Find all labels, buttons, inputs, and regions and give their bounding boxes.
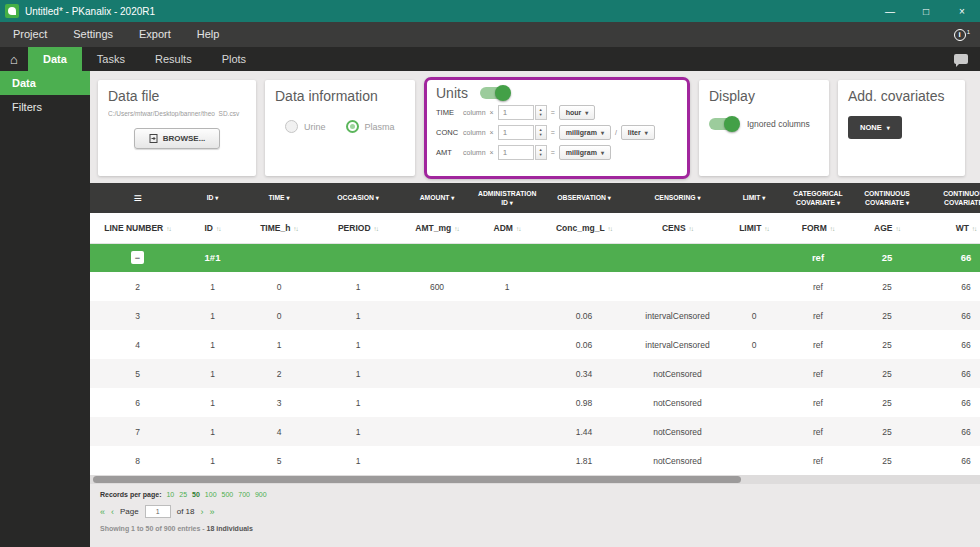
chevron-down-icon: ▾ <box>837 200 840 206</box>
group-row-cell <box>398 243 476 272</box>
records-option-700[interactable]: 700 <box>238 491 250 498</box>
table-cell: 1 <box>185 272 240 301</box>
table-cell: notCensored <box>630 388 725 417</box>
info-badge: 1 <box>967 29 970 35</box>
last-page-button[interactable]: » <box>210 507 215 517</box>
conc-denominator-value: liter <box>628 129 641 136</box>
conc-spinner[interactable]: ▴▾ <box>535 125 547 140</box>
column-header-limit[interactable]: LIMIT↑↓ <box>725 213 783 243</box>
page-number-input[interactable] <box>145 505 171 518</box>
home-tab[interactable]: ⌂ <box>0 47 28 71</box>
maximize-button[interactable]: □ <box>908 0 944 22</box>
column-type-label: OBSERVATION <box>557 194 608 201</box>
column-header-cens[interactable]: CENS↑↓ <box>630 213 725 243</box>
records-option-50[interactable]: 50 <box>192 491 200 498</box>
column-type-header-cens[interactable]: CENSORING ▾ <box>630 183 725 213</box>
table-cell: 25 <box>853 272 921 301</box>
minimize-button[interactable]: — <box>872 0 908 22</box>
conc-multiplier-input[interactable] <box>498 125 534 140</box>
column-type-header-limit[interactable]: LIMIT ▾ <box>725 183 783 213</box>
chevron-down-icon: ▾ <box>376 195 379 201</box>
column-header-period[interactable]: PERIOD↑↓ <box>318 213 398 243</box>
amt-spinner[interactable]: ▴▾ <box>535 145 547 160</box>
records-option-10[interactable]: 10 <box>166 491 174 498</box>
menu-help[interactable]: Help <box>184 22 233 47</box>
menu-project[interactable]: Project <box>0 22 60 47</box>
menu-export[interactable]: Export <box>126 22 184 47</box>
table-cell <box>476 359 538 388</box>
table-cell <box>538 272 630 301</box>
conc-denominator-dropdown[interactable]: liter▾ <box>621 125 655 140</box>
none-dropdown-button[interactable]: NONE ▾ <box>848 116 902 139</box>
amt-unit-dropdown[interactable]: milligram▾ <box>559 145 611 160</box>
column-label: PERIOD <box>338 223 371 233</box>
column-header-adm[interactable]: ADM↑↓ <box>476 213 538 243</box>
column-type-header-time_h[interactable]: TIME ▾ <box>240 183 318 213</box>
info-button[interactable]: i 1 <box>954 29 970 41</box>
close-button[interactable]: × <box>944 0 980 22</box>
column-header-time_h[interactable]: TIME_h↑↓ <box>240 213 318 243</box>
scrollbar-thumb[interactable] <box>93 476 741 483</box>
amt-multiplier-input[interactable] <box>498 145 534 160</box>
data-table: ≡ID ▾TIME ▾OCCASION ▾AMOUNT ▾ADMINISTRAT… <box>90 183 980 475</box>
column-type-label: LIMIT <box>743 194 763 201</box>
column-type-header-adm[interactable]: ADMINISTRATION ID ▾ <box>476 183 538 213</box>
table-cell: 600 <box>398 272 476 301</box>
tab-results[interactable]: Results <box>140 47 207 71</box>
time-label: TIME <box>436 108 459 117</box>
first-page-button[interactable]: « <box>100 507 105 517</box>
table-cell: 1 <box>318 330 398 359</box>
menu-settings[interactable]: Settings <box>60 22 126 47</box>
table-cell: 66 <box>921 301 980 330</box>
feedback-chat-icon[interactable] <box>954 54 968 64</box>
table-row: 51210.34notCensoredref2566 <box>90 359 980 388</box>
records-option-100[interactable]: 100 <box>205 491 217 498</box>
spin-down-icon: ▾ <box>540 113 542 118</box>
radio-option-plasma[interactable]: Plasma <box>346 120 395 133</box>
tab-plots[interactable]: Plots <box>207 47 261 71</box>
column-header-conc_mg_l[interactable]: Conc_mg_L↑↓ <box>538 213 630 243</box>
sidebar-item-filters[interactable]: Filters <box>0 95 90 119</box>
next-page-button[interactable]: › <box>201 507 204 517</box>
conc-unit-dropdown[interactable]: milligram▾ <box>559 125 611 140</box>
time-spinner[interactable]: ▴▾ <box>535 105 547 120</box>
column-type-header-period[interactable]: OCCASION ▾ <box>318 183 398 213</box>
column-label: FORM <box>802 223 827 233</box>
records-option-900[interactable]: 900 <box>255 491 267 498</box>
table-cell: 25 <box>853 359 921 388</box>
column-header-line number[interactable]: LINE NUMBER↑↓ <box>90 213 185 243</box>
column-header-age[interactable]: AGE↑↓ <box>853 213 921 243</box>
column-header-id[interactable]: ID↑↓ <box>185 213 240 243</box>
browse-button[interactable]: BROWSE... <box>134 128 221 149</box>
units-toggle[interactable] <box>480 87 509 99</box>
tab-tasks[interactable]: Tasks <box>82 47 140 71</box>
radio-option-urine[interactable]: Urine <box>285 120 326 133</box>
table-menu-button[interactable]: ≡ <box>90 183 185 213</box>
records-option-500[interactable]: 500 <box>222 491 234 498</box>
sidebar-item-data[interactable]: Data <box>0 71 90 95</box>
column-type-header-age[interactable]: CONTINUOUS COVARIATE ▾ <box>853 183 921 213</box>
column-header-wt[interactable]: WT↑↓ <box>921 213 980 243</box>
tab-data[interactable]: Data <box>28 47 82 71</box>
column-type-header-form[interactable]: CATEGORICAL COVARIATE ▾ <box>783 183 853 213</box>
table-cell: 6 <box>90 388 185 417</box>
column-type-header-wt[interactable]: CONTINUOUS COVARIATE ▾ <box>921 183 980 213</box>
ignored-columns-toggle[interactable] <box>709 118 738 130</box>
records-option-25[interactable]: 25 <box>179 491 187 498</box>
collapse-group-button[interactable]: − <box>131 251 144 264</box>
equals-symbol: = <box>551 109 555 116</box>
prev-page-button[interactable]: ‹ <box>111 507 114 517</box>
column-type-header-conc_mg_l[interactable]: OBSERVATION ▾ <box>538 183 630 213</box>
column-label: TIME_h <box>260 223 290 233</box>
time-unit-dropdown[interactable]: hour▾ <box>559 105 596 120</box>
data-table-container: ≡ID ▾TIME ▾OCCASION ▾AMOUNT ▾ADMINISTRAT… <box>90 183 980 475</box>
column-type-header-amt_mg[interactable]: AMOUNT ▾ <box>398 183 476 213</box>
chevron-down-icon: ▾ <box>510 200 513 206</box>
column-header-form[interactable]: FORM↑↓ <box>783 213 853 243</box>
time-multiplier-input[interactable] <box>498 105 534 120</box>
column-header-amt_mg[interactable]: AMT_mg↑↓ <box>398 213 476 243</box>
column-type-header-id[interactable]: ID ▾ <box>185 183 240 213</box>
unit-row-time: TIME column × ▴▾ = hour▾ <box>436 104 678 121</box>
table-row: 41110.06intervalCensored0ref2566 <box>90 330 980 359</box>
horizontal-scrollbar[interactable] <box>90 475 980 484</box>
